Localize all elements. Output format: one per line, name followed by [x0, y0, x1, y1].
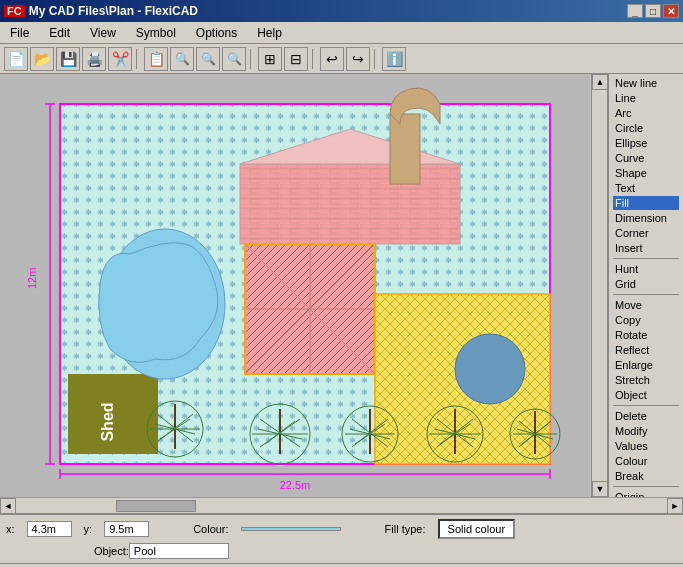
- scroll-down-button[interactable]: ▼: [592, 481, 608, 497]
- new-button[interactable]: 📄: [4, 47, 28, 71]
- vscrollbar[interactable]: ▲ ▼: [591, 74, 607, 497]
- rightpanel-enlarge[interactable]: Enlarge: [613, 358, 679, 372]
- info-button[interactable]: ℹ️: [382, 47, 406, 71]
- rightpanel-origin[interactable]: Origin: [613, 490, 679, 497]
- svg-point-36: [455, 334, 525, 404]
- rightpanel-shape[interactable]: Shape: [613, 166, 679, 180]
- rightpanel-stretch[interactable]: Stretch: [613, 373, 679, 387]
- rightpanel-dimension[interactable]: Dimension: [613, 211, 679, 225]
- save-button[interactable]: 💾: [56, 47, 80, 71]
- rightpanel-arc[interactable]: Arc: [613, 106, 679, 120]
- toolbar-separator-1: [136, 49, 140, 69]
- menubar: File Edit View Symbol Options Help: [0, 22, 683, 44]
- panel-divider-1: [613, 258, 679, 259]
- rightpanel-move[interactable]: Move: [613, 298, 679, 312]
- titlebar-left: FC My CAD Files\Plan - FlexiCAD: [4, 4, 198, 18]
- grid-button[interactable]: ⊞: [258, 47, 282, 71]
- rightpanel-object[interactable]: Object: [613, 388, 679, 402]
- app-icon: FC: [4, 5, 25, 17]
- rightpanel-modify[interactable]: Modify: [613, 424, 679, 438]
- panel-divider-2: [613, 294, 679, 295]
- svg-rect-37: [390, 114, 420, 184]
- filltype-label: Fill type:: [385, 523, 426, 535]
- statusbar-row1: x: 4.3m y: 9.5m Colour: Fill type: Solid…: [6, 517, 677, 541]
- maximize-button[interactable]: □: [645, 4, 661, 18]
- rightpanel-reflect[interactable]: Reflect: [613, 343, 679, 357]
- print-button[interactable]: 🖨️: [82, 47, 106, 71]
- svg-rect-27: [240, 164, 460, 244]
- panel-divider-4: [613, 486, 679, 487]
- statusbar: x: 4.3m y: 9.5m Colour: Fill type: Solid…: [0, 513, 683, 563]
- rightpanel-circle[interactable]: Circle: [613, 121, 679, 135]
- undo-button[interactable]: ↩: [320, 47, 344, 71]
- rightpanel-rotate[interactable]: Rotate: [613, 328, 679, 342]
- svg-text:Shed: Shed: [99, 402, 116, 441]
- zoom-in-button[interactable]: 🔍: [170, 47, 194, 71]
- titlebar: FC My CAD Files\Plan - FlexiCAD _ □ ✕: [0, 0, 683, 22]
- rightpanel-insert[interactable]: Insert: [613, 241, 679, 255]
- y-value: 9.5m: [104, 521, 149, 537]
- menu-view[interactable]: View: [84, 24, 122, 42]
- hscroll-thumb[interactable]: [116, 500, 196, 512]
- titlebar-controls: _ □ ✕: [627, 4, 679, 18]
- rightpanel-delete[interactable]: Delete: [613, 409, 679, 423]
- rightpanel-text[interactable]: Text: [613, 181, 679, 195]
- filltype-value: Solid colour: [438, 519, 515, 539]
- object-label: Object:: [94, 545, 129, 557]
- open-button[interactable]: 📂: [30, 47, 54, 71]
- rightpanel-line[interactable]: Line: [613, 91, 679, 105]
- rightpanel-copy[interactable]: Copy: [613, 313, 679, 327]
- helpbar: For Help, press F1: [0, 563, 683, 567]
- rightpanel-corner[interactable]: Corner: [613, 226, 679, 240]
- cut-button[interactable]: ✂️: [108, 47, 132, 71]
- colour-value: [241, 527, 341, 531]
- window-title: My CAD Files\Plan - FlexiCAD: [29, 4, 198, 18]
- zoom-out-button[interactable]: 🔍: [196, 47, 220, 71]
- toolbar-separator-2: [250, 49, 254, 69]
- rightpanel-fill[interactable]: Fill: [613, 196, 679, 210]
- rightpanel-newline[interactable]: New line: [613, 76, 679, 90]
- menu-help[interactable]: Help: [251, 24, 288, 42]
- main-area: ✱ ✱ 12m 22.5m: [0, 74, 683, 497]
- object-value: Pool: [129, 543, 229, 559]
- hscrollbar[interactable]: ◄ ►: [0, 497, 683, 513]
- cad-canvas[interactable]: ✱ ✱ 12m 22.5m: [0, 74, 607, 497]
- svg-text:12m: 12m: [26, 268, 38, 289]
- canvas-area[interactable]: ✱ ✱ 12m 22.5m: [0, 74, 608, 497]
- menu-file[interactable]: File: [4, 24, 35, 42]
- hscroll-track: [16, 500, 667, 512]
- svg-text:22.5m: 22.5m: [280, 479, 311, 491]
- rightpanel-break[interactable]: Break: [613, 469, 679, 483]
- scroll-right-button[interactable]: ►: [667, 498, 683, 514]
- rightpanel-grid[interactable]: Grid: [613, 277, 679, 291]
- scroll-up-button[interactable]: ▲: [592, 74, 608, 90]
- colour-label: Colour:: [193, 523, 228, 535]
- toolbar-separator-4: [374, 49, 378, 69]
- scroll-left-button[interactable]: ◄: [0, 498, 16, 514]
- redo-button[interactable]: ↪: [346, 47, 370, 71]
- x-label: x:: [6, 523, 15, 535]
- rightpanel-curve[interactable]: Curve: [613, 151, 679, 165]
- menu-edit[interactable]: Edit: [43, 24, 76, 42]
- zoom-fit-button[interactable]: 🔍: [222, 47, 246, 71]
- x-value: 4.3m: [27, 521, 72, 537]
- y-label: y:: [84, 523, 93, 535]
- copy-button[interactable]: 📋: [144, 47, 168, 71]
- menu-symbol[interactable]: Symbol: [130, 24, 182, 42]
- menu-options[interactable]: Options: [190, 24, 243, 42]
- toolbar: 📄 📂 💾 🖨️ ✂️ 📋 🔍 🔍 🔍 ⊞ ⊟ ↩ ↪ ℹ️: [0, 44, 683, 74]
- close-button[interactable]: ✕: [663, 4, 679, 18]
- rightpanel-values[interactable]: Values: [613, 439, 679, 453]
- snap-button[interactable]: ⊟: [284, 47, 308, 71]
- statusbar-row2: Object: Pool: [6, 541, 677, 561]
- rightpanel-colour[interactable]: Colour: [613, 454, 679, 468]
- scroll-track: [592, 90, 607, 481]
- rightpanel-ellipse[interactable]: Ellipse: [613, 136, 679, 150]
- toolbar-separator-3: [312, 49, 316, 69]
- minimize-button[interactable]: _: [627, 4, 643, 18]
- panel-divider-3: [613, 405, 679, 406]
- right-panel: New line Line Arc Circle Ellipse Curve S…: [608, 74, 683, 497]
- rightpanel-hunt[interactable]: Hunt: [613, 262, 679, 276]
